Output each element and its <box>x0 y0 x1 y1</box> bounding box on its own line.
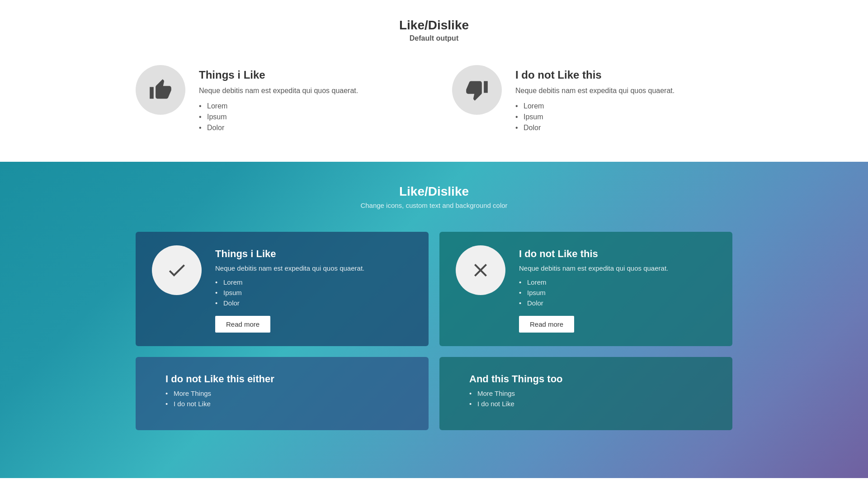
card-dislike-custom: I do not Like this Neque debitis nam est… <box>439 232 732 346</box>
like-icon-circle <box>136 65 185 115</box>
x-icon <box>470 259 491 281</box>
list-item: Lorem <box>519 278 716 286</box>
card-like-title: Things i Like <box>199 69 416 81</box>
card-dislike-either-content: I do not Like this either More Things I … <box>165 371 412 417</box>
check-icon <box>166 259 188 281</box>
card-dislike-custom-list: Lorem Ipsum Dolor <box>519 278 716 307</box>
card-dislike-too: And this Things too More Things I do not… <box>439 357 732 430</box>
card-like-list: Lorem Ipsum Dolor <box>199 102 416 132</box>
list-item: Dolor <box>519 299 716 307</box>
dislike-custom-icon-circle <box>456 245 505 295</box>
card-dislike-default: I do not Like this Neque debitis nam est… <box>452 65 732 135</box>
card-like-custom: Things i Like Neque debitis nam est expe… <box>136 232 429 346</box>
read-more-button-dislike[interactable]: Read more <box>519 316 574 333</box>
list-item: More Things <box>469 389 716 397</box>
section2-title: Like/Dislike <box>0 184 868 199</box>
card-dislike-custom-content: I do not Like this Neque debitis nam est… <box>519 245 716 333</box>
section-custom: Like/Dislike Change icons, custom text a… <box>0 162 868 478</box>
section2-cards-grid: Things i Like Neque debitis nam est expe… <box>122 232 746 430</box>
card-dislike-title: I do not Like this <box>515 69 732 81</box>
thumbs-up-icon <box>149 78 172 102</box>
list-item: More Things <box>165 389 412 397</box>
card-dislike-custom-desc: Neque debitis nam est expedita qui quos … <box>519 264 716 272</box>
card-dislike-custom-title: I do not Like this <box>519 248 716 260</box>
list-item: Lorem <box>515 102 732 110</box>
section-default: Like/Dislike Default output Things i Lik… <box>0 0 868 162</box>
list-item: I do not Like <box>469 400 716 408</box>
card-dislike-either-list: More Things I do not Like <box>165 389 412 408</box>
card-dislike-desc: Neque debitis nam est expedita qui quos … <box>515 87 732 95</box>
list-item: Lorem <box>199 102 416 110</box>
list-item: Dolor <box>215 299 412 307</box>
thumbs-down-icon <box>465 78 489 102</box>
card-like-default: Things i Like Neque debitis nam est expe… <box>136 65 416 135</box>
list-item: Ipsum <box>215 289 412 296</box>
dislike-icon-circle <box>452 65 502 115</box>
like-custom-icon-circle <box>152 245 202 295</box>
card-dislike-too-content: And this Things too More Things I do not… <box>469 371 716 417</box>
list-item: Ipsum <box>515 113 732 121</box>
list-item: Ipsum <box>199 113 416 121</box>
section1-subtitle: Default output <box>0 34 868 42</box>
card-like-custom-desc: Neque debitis nam est expedita qui quos … <box>215 264 412 272</box>
section2-subtitle: Change icons, custom text and background… <box>0 202 868 209</box>
card-like-desc: Neque debitis nam est expedita qui quos … <box>199 87 416 95</box>
card-like-custom-title: Things i Like <box>215 248 412 260</box>
list-item: Ipsum <box>519 289 716 296</box>
card-like-custom-content: Things i Like Neque debitis nam est expe… <box>215 245 412 333</box>
read-more-button-like[interactable]: Read more <box>215 316 270 333</box>
card-dislike-either: I do not Like this either More Things I … <box>136 357 429 430</box>
card-like-content: Things i Like Neque debitis nam est expe… <box>199 65 416 135</box>
card-like-custom-list: Lorem Ipsum Dolor <box>215 278 412 307</box>
section1-cards-row: Things i Like Neque debitis nam est expe… <box>0 65 868 135</box>
list-item: Lorem <box>215 278 412 286</box>
section1-title: Like/Dislike <box>0 18 868 33</box>
list-item: Dolor <box>199 124 416 132</box>
card-dislike-too-title: And this Things too <box>469 373 716 385</box>
list-item: Dolor <box>515 124 732 132</box>
card-dislike-content: I do not Like this Neque debitis nam est… <box>515 65 732 135</box>
list-item: I do not Like <box>165 400 412 408</box>
card-dislike-either-title: I do not Like this either <box>165 373 412 385</box>
card-dislike-too-list: More Things I do not Like <box>469 389 716 408</box>
card-dislike-list: Lorem Ipsum Dolor <box>515 102 732 132</box>
